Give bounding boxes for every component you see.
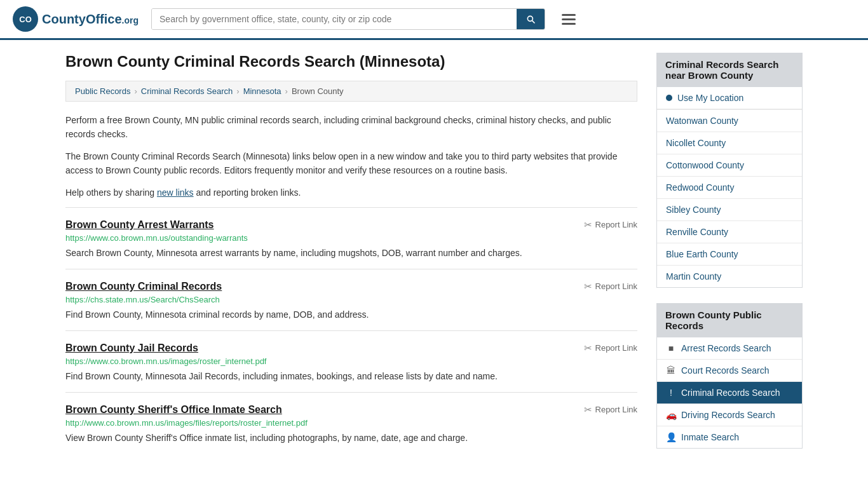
public-records-item-0[interactable]: ■ Arrest Records Search (657, 337, 802, 360)
breadcrumb-minnesota[interactable]: Minnesota (243, 86, 281, 96)
result-title-3[interactable]: Brown County Sheriff's Office Inmate Sea… (65, 404, 282, 416)
use-my-location-link[interactable]: Use My Location (657, 87, 802, 109)
nearby-header: Criminal Records Search near Brown Count… (656, 53, 803, 87)
result-url-0[interactable]: https://www.co.brown.mn.us/outstanding-w… (65, 233, 637, 243)
public-records-item-4[interactable]: 👤 Inmate Search (657, 426, 802, 448)
result-desc-1: Find Brown County, Minnesota criminal re… (65, 308, 637, 322)
sidebar: Criminal Records Search near Brown Count… (656, 53, 803, 464)
result-title-1[interactable]: Brown County Criminal Records (65, 281, 222, 292)
site-header: CO CountyOffice.org (0, 0, 868, 40)
menu-icon[interactable] (558, 10, 580, 29)
intro-paragraph-3: Help others by sharing new links and rep… (65, 186, 637, 200)
result-card-3: Brown County Sheriff's Office Inmate Sea… (65, 392, 637, 454)
result-desc-2: Find Brown County, Minnesota Jail Record… (65, 370, 637, 383)
inmate-search-icon: 👤 (666, 432, 676, 442)
breadcrumb-sep-1: › (134, 86, 137, 96)
content-area: Brown County Criminal Records Search (Mi… (65, 53, 637, 464)
public-records-link-3[interactable]: 🚗 Driving Records Search (657, 404, 802, 426)
arrest-records-icon: ■ (666, 343, 676, 353)
search-input[interactable] (152, 9, 517, 29)
report-link-3[interactable]: ✂ Report Link (584, 404, 637, 416)
logo-icon: CO (13, 6, 38, 32)
breadcrumb-public-records[interactable]: Public Records (75, 86, 130, 96)
search-button[interactable] (517, 9, 545, 29)
criminal-records-icon: ! (666, 388, 676, 398)
nearby-county-1[interactable]: Nicollet County (657, 132, 802, 154)
result-url-2[interactable]: https://www.co.brown.mn.us/images/roster… (65, 356, 637, 366)
public-records-link-1[interactable]: 🏛 Court Records Search (657, 360, 802, 381)
report-icon-2: ✂ (584, 342, 592, 354)
public-records-list: ■ Arrest Records Search 🏛 Court Records … (656, 337, 803, 449)
nearby-county-link-7[interactable]: Martin County (657, 266, 802, 287)
nearby-county-0[interactable]: Watonwan County (657, 110, 802, 132)
public-records-section: Brown County Public Records ■ Arrest Rec… (656, 303, 803, 449)
svg-text:CO: CO (19, 15, 32, 24)
result-title-0[interactable]: Brown County Arrest Warrants (65, 219, 214, 231)
result-url-1[interactable]: https://chs.state.mn.us/Search/ChsSearch (65, 295, 637, 304)
report-icon-1: ✂ (584, 281, 592, 292)
report-link-1[interactable]: ✂ Report Link (584, 281, 637, 292)
nearby-county-link-3[interactable]: Redwood County (657, 177, 802, 198)
nearby-county-7[interactable]: Martin County (657, 266, 802, 287)
logo-wordmark: CountyOffice.org (42, 12, 139, 27)
nearby-county-link-2[interactable]: Cottonwood County (657, 154, 802, 176)
new-links-link[interactable]: new links (157, 187, 194, 198)
court-records-icon: 🏛 (666, 365, 676, 376)
public-records-link-4[interactable]: 👤 Inmate Search (657, 426, 802, 448)
breadcrumb-brown-county: Brown County (292, 86, 344, 96)
main-container: Brown County Criminal Records Search (Mi… (53, 40, 815, 477)
breadcrumb-sep-2: › (236, 86, 239, 96)
result-desc-0: Search Brown County, Minnesota arrest wa… (65, 247, 637, 260)
intro-paragraph-1: Perform a free Brown County, MN public c… (65, 113, 637, 142)
search-bar (151, 8, 545, 30)
result-desc-3: View Brown County Sheriff's Office inmat… (65, 431, 637, 445)
report-link-0[interactable]: ✂ Report Link (584, 219, 637, 231)
nearby-county-5[interactable]: Renville County (657, 221, 802, 243)
result-card-2: Brown County Jail Records ✂ Report Link … (65, 330, 637, 392)
report-icon-0: ✂ (584, 219, 592, 231)
page-title: Brown County Criminal Records Search (Mi… (65, 53, 637, 71)
report-link-2[interactable]: ✂ Report Link (584, 342, 637, 354)
nearby-county-3[interactable]: Redwood County (657, 177, 802, 199)
intro-paragraph-2: The Brown County Criminal Records Search… (65, 149, 637, 178)
breadcrumb-criminal-records-search[interactable]: Criminal Records Search (141, 86, 233, 96)
breadcrumb: Public Records › Criminal Records Search… (65, 81, 637, 102)
result-card-1: Brown County Criminal Records ✂ Report L… (65, 269, 637, 330)
nearby-list: Use My Location Watonwan County Nicollet… (656, 87, 803, 288)
public-records-header: Brown County Public Records (656, 303, 803, 337)
result-title-2[interactable]: Brown County Jail Records (65, 342, 198, 354)
nearby-county-link-5[interactable]: Renville County (657, 221, 802, 243)
result-card-0: Brown County Arrest Warrants ✂ Report Li… (65, 207, 637, 269)
location-dot-icon (666, 95, 672, 101)
public-records-item-2[interactable]: ! Criminal Records Search (657, 382, 802, 404)
nearby-county-link-4[interactable]: Sibley County (657, 199, 802, 220)
driving-records-icon: 🚗 (666, 410, 676, 420)
use-my-location-item[interactable]: Use My Location (657, 87, 802, 110)
report-icon-3: ✂ (584, 404, 592, 416)
nearby-county-link-0[interactable]: Watonwan County (657, 110, 802, 132)
nearby-county-link-1[interactable]: Nicollet County (657, 132, 802, 154)
nearby-county-4[interactable]: Sibley County (657, 199, 802, 221)
nearby-county-6[interactable]: Blue Earth County (657, 243, 802, 266)
public-records-link-2[interactable]: ! Criminal Records Search (657, 382, 802, 403)
result-url-3[interactable]: http://www.co.brown.mn.us/images/files/r… (65, 418, 637, 428)
public-records-item-3[interactable]: 🚗 Driving Records Search (657, 404, 802, 426)
public-records-link-0[interactable]: ■ Arrest Records Search (657, 337, 802, 359)
site-logo[interactable]: CO CountyOffice.org (13, 6, 139, 32)
nearby-section: Criminal Records Search near Brown Count… (656, 53, 803, 288)
nearby-county-link-6[interactable]: Blue Earth County (657, 243, 802, 265)
nearby-county-2[interactable]: Cottonwood County (657, 154, 802, 177)
breadcrumb-sep-3: › (285, 86, 288, 96)
public-records-item-1[interactable]: 🏛 Court Records Search (657, 360, 802, 382)
